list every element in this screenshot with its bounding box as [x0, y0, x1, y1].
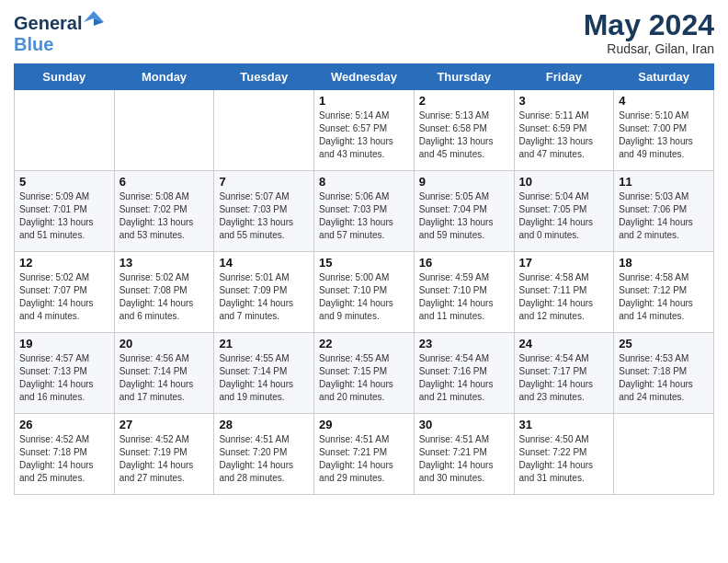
- calendar-cell: 5Sunrise: 5:09 AM Sunset: 7:01 PM Daylig…: [15, 171, 115, 252]
- weekday-header-sunday: Sunday: [15, 64, 115, 90]
- calendar-cell: 23Sunrise: 4:54 AM Sunset: 7:16 PM Dayli…: [414, 333, 514, 414]
- location-subtitle: Rudsar, Gilan, Iran: [584, 41, 714, 56]
- calendar-table: SundayMondayTuesdayWednesdayThursdayFrid…: [14, 63, 714, 495]
- day-info: Sunrise: 5:02 AM Sunset: 7:08 PM Dayligh…: [119, 271, 210, 323]
- day-info: Sunrise: 4:50 AM Sunset: 7:22 PM Dayligh…: [519, 433, 609, 485]
- calendar-cell: 29Sunrise: 4:51 AM Sunset: 7:21 PM Dayli…: [314, 414, 415, 495]
- day-info: Sunrise: 4:58 AM Sunset: 7:11 PM Dayligh…: [519, 271, 609, 323]
- day-info: Sunrise: 5:05 AM Sunset: 7:04 PM Dayligh…: [419, 190, 509, 242]
- day-number: 15: [319, 256, 409, 270]
- day-info: Sunrise: 5:04 AM Sunset: 7:05 PM Dayligh…: [519, 190, 609, 242]
- day-info: Sunrise: 5:10 AM Sunset: 7:00 PM Dayligh…: [619, 109, 709, 161]
- day-info: Sunrise: 4:52 AM Sunset: 7:19 PM Dayligh…: [119, 433, 210, 485]
- day-info: Sunrise: 4:51 AM Sunset: 7:21 PM Dayligh…: [319, 433, 409, 485]
- day-number: 8: [319, 175, 409, 189]
- day-number: 1: [319, 94, 409, 108]
- calendar-cell: 20Sunrise: 4:56 AM Sunset: 7:14 PM Dayli…: [114, 333, 214, 414]
- day-info: Sunrise: 4:51 AM Sunset: 7:20 PM Dayligh…: [219, 433, 309, 485]
- weekday-header-row: SundayMondayTuesdayWednesdayThursdayFrid…: [15, 64, 714, 90]
- calendar-cell: 18Sunrise: 4:58 AM Sunset: 7:12 PM Dayli…: [614, 252, 714, 333]
- day-number: 24: [519, 337, 609, 350]
- day-number: 30: [419, 418, 509, 431]
- calendar-cell: 11Sunrise: 5:03 AM Sunset: 7:06 PM Dayli…: [614, 171, 714, 252]
- logo: General Blue: [14, 9, 104, 54]
- calendar-cell: 19Sunrise: 4:57 AM Sunset: 7:13 PM Dayli…: [15, 333, 115, 414]
- day-info: Sunrise: 4:58 AM Sunset: 7:12 PM Dayligh…: [619, 271, 709, 323]
- day-info: Sunrise: 4:52 AM Sunset: 7:18 PM Dayligh…: [19, 433, 109, 485]
- calendar-cell: 10Sunrise: 5:04 AM Sunset: 7:05 PM Dayli…: [514, 171, 614, 252]
- calendar-cell: 17Sunrise: 4:58 AM Sunset: 7:11 PM Dayli…: [514, 252, 614, 333]
- day-number: 28: [219, 418, 309, 431]
- calendar-cell: 14Sunrise: 5:01 AM Sunset: 7:09 PM Dayli…: [214, 252, 314, 333]
- calendar-cell: 7Sunrise: 5:07 AM Sunset: 7:03 PM Daylig…: [214, 171, 314, 252]
- logo-bird-icon: [84, 9, 104, 34]
- logo-general: General: [14, 13, 82, 33]
- day-number: 14: [219, 256, 309, 270]
- day-info: Sunrise: 4:55 AM Sunset: 7:15 PM Dayligh…: [319, 352, 409, 404]
- week-row-4: 19Sunrise: 4:57 AM Sunset: 7:13 PM Dayli…: [15, 333, 714, 414]
- day-info: Sunrise: 4:53 AM Sunset: 7:18 PM Dayligh…: [619, 352, 709, 404]
- weekday-header-friday: Friday: [514, 64, 614, 90]
- calendar-cell: 3Sunrise: 5:11 AM Sunset: 6:59 PM Daylig…: [514, 90, 614, 171]
- day-number: 31: [519, 418, 609, 431]
- day-info: Sunrise: 5:08 AM Sunset: 7:02 PM Dayligh…: [119, 190, 210, 242]
- calendar-cell: 27Sunrise: 4:52 AM Sunset: 7:19 PM Dayli…: [114, 414, 214, 495]
- calendar-cell: 28Sunrise: 4:51 AM Sunset: 7:20 PM Dayli…: [214, 414, 314, 495]
- day-info: Sunrise: 4:51 AM Sunset: 7:21 PM Dayligh…: [419, 433, 509, 485]
- day-number: 26: [19, 418, 109, 431]
- calendar-cell: 25Sunrise: 4:53 AM Sunset: 7:18 PM Dayli…: [614, 333, 714, 414]
- calendar-cell: 9Sunrise: 5:05 AM Sunset: 7:04 PM Daylig…: [414, 171, 514, 252]
- calendar-cell: [614, 414, 714, 495]
- day-number: 4: [619, 94, 709, 108]
- calendar-cell: 21Sunrise: 4:55 AM Sunset: 7:14 PM Dayli…: [214, 333, 314, 414]
- weekday-header-wednesday: Wednesday: [314, 64, 415, 90]
- day-info: Sunrise: 5:09 AM Sunset: 7:01 PM Dayligh…: [19, 190, 109, 242]
- week-row-5: 26Sunrise: 4:52 AM Sunset: 7:18 PM Dayli…: [15, 414, 714, 495]
- calendar-cell: 31Sunrise: 4:50 AM Sunset: 7:22 PM Dayli…: [514, 414, 614, 495]
- day-info: Sunrise: 4:55 AM Sunset: 7:14 PM Dayligh…: [219, 352, 309, 404]
- day-number: 17: [519, 256, 609, 270]
- day-number: 22: [319, 337, 409, 350]
- weekday-header-monday: Monday: [114, 64, 214, 90]
- weekday-header-thursday: Thursday: [414, 64, 514, 90]
- day-info: Sunrise: 4:54 AM Sunset: 7:16 PM Dayligh…: [419, 352, 509, 404]
- calendar-cell: 8Sunrise: 5:06 AM Sunset: 7:03 PM Daylig…: [314, 171, 415, 252]
- day-number: 9: [419, 175, 509, 189]
- weekday-header-saturday: Saturday: [614, 64, 714, 90]
- calendar-cell: 26Sunrise: 4:52 AM Sunset: 7:18 PM Dayli…: [15, 414, 115, 495]
- day-number: 20: [119, 337, 210, 350]
- day-info: Sunrise: 5:13 AM Sunset: 6:58 PM Dayligh…: [419, 109, 509, 161]
- day-number: 6: [119, 175, 210, 189]
- day-info: Sunrise: 5:06 AM Sunset: 7:03 PM Dayligh…: [319, 190, 409, 242]
- day-number: 18: [619, 256, 709, 270]
- day-info: Sunrise: 5:03 AM Sunset: 7:06 PM Dayligh…: [619, 190, 709, 242]
- day-number: 23: [419, 337, 509, 350]
- day-info: Sunrise: 5:00 AM Sunset: 7:10 PM Dayligh…: [319, 271, 409, 323]
- day-info: Sunrise: 4:59 AM Sunset: 7:10 PM Dayligh…: [419, 271, 509, 323]
- calendar-cell: 24Sunrise: 4:54 AM Sunset: 7:17 PM Dayli…: [514, 333, 614, 414]
- calendar-cell: 2Sunrise: 5:13 AM Sunset: 6:58 PM Daylig…: [414, 90, 514, 171]
- day-number: 2: [419, 94, 509, 108]
- day-number: 27: [119, 418, 210, 431]
- weekday-header-tuesday: Tuesday: [214, 64, 314, 90]
- day-number: 3: [519, 94, 609, 108]
- day-number: 29: [319, 418, 409, 431]
- calendar-cell: 30Sunrise: 4:51 AM Sunset: 7:21 PM Dayli…: [414, 414, 514, 495]
- day-info: Sunrise: 4:56 AM Sunset: 7:14 PM Dayligh…: [119, 352, 210, 404]
- week-row-3: 12Sunrise: 5:02 AM Sunset: 7:07 PM Dayli…: [15, 252, 714, 333]
- calendar-cell: 22Sunrise: 4:55 AM Sunset: 7:15 PM Dayli…: [314, 333, 415, 414]
- day-number: 10: [519, 175, 609, 189]
- day-number: 19: [19, 337, 109, 350]
- day-info: Sunrise: 4:54 AM Sunset: 7:17 PM Dayligh…: [519, 352, 609, 404]
- calendar-cell: [114, 90, 214, 171]
- month-title: May 2024: [584, 9, 714, 41]
- calendar-cell: 13Sunrise: 5:02 AM Sunset: 7:08 PM Dayli…: [114, 252, 214, 333]
- day-number: 13: [119, 256, 210, 270]
- day-info: Sunrise: 5:07 AM Sunset: 7:03 PM Dayligh…: [219, 190, 309, 242]
- week-row-2: 5Sunrise: 5:09 AM Sunset: 7:01 PM Daylig…: [15, 171, 714, 252]
- title-block: May 2024 Rudsar, Gilan, Iran: [584, 9, 714, 56]
- day-number: 11: [619, 175, 709, 189]
- calendar-cell: [214, 90, 314, 171]
- day-number: 16: [419, 256, 509, 270]
- day-info: Sunrise: 4:57 AM Sunset: 7:13 PM Dayligh…: [19, 352, 109, 404]
